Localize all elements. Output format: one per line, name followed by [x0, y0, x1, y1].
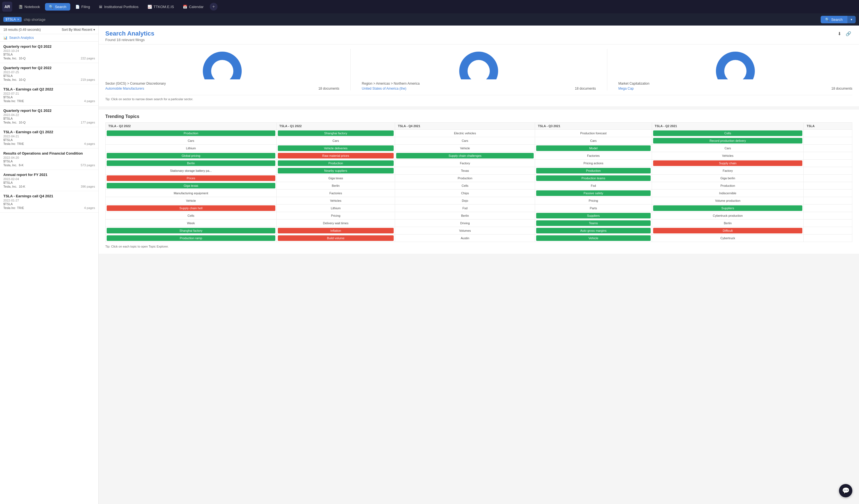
topic-cell[interactable]: Auto gross margins: [535, 227, 652, 235]
topic-cell[interactable]: Production ramp: [106, 235, 277, 242]
topic-cell[interactable]: Cars: [276, 137, 395, 145]
topic-cell[interactable]: Week: [106, 220, 277, 227]
topic-cell[interactable]: Cars: [652, 145, 804, 152]
topic-cell[interactable]: Production teams: [535, 175, 652, 182]
topic-cell[interactable]: Production: [535, 167, 652, 175]
topic-cell[interactable]: Parts: [535, 205, 652, 212]
chat-bubble[interactable]: 💬: [839, 484, 852, 497]
ticker-tag[interactable]: $TSLA ✕: [3, 17, 22, 22]
topic-cell[interactable]: Cars: [395, 137, 535, 145]
sort-button[interactable]: Sort By Most Recent ▾: [62, 28, 95, 32]
filing-item[interactable]: Results of Operations and Financial Cond…: [0, 148, 99, 170]
search-submit-button[interactable]: 🔍 Search: [821, 16, 847, 23]
search-input[interactable]: [24, 17, 818, 22]
link-button[interactable]: 🔗: [845, 30, 852, 37]
topic-cell[interactable]: Giga texas: [276, 175, 395, 182]
topic-cell[interactable]: Delivery wait times: [276, 220, 395, 227]
topic-cell[interactable]: Vehicle: [535, 235, 652, 242]
topic-cell[interactable]: Volume production: [652, 197, 804, 205]
nav-calendar[interactable]: 📅 Calendar: [179, 3, 208, 11]
topic-cell[interactable]: Driving: [395, 220, 535, 227]
sector-link[interactable]: Automobile Manufacturers: [105, 86, 144, 91]
topic-cell[interactable]: Production forecast: [535, 130, 652, 137]
topic-cell[interactable]: Chips: [395, 190, 535, 197]
topic-cell[interactable]: Pricing actions: [535, 160, 652, 167]
topic-cell[interactable]: Texas: [395, 167, 535, 175]
topic-cell[interactable]: Fsd: [395, 205, 535, 212]
topic-cell[interactable]: Pricing: [535, 197, 652, 205]
filing-item[interactable]: Annual report for FY 2021 2022-02-04 $TS…: [0, 170, 99, 191]
topic-cell[interactable]: Supply chain challenges: [395, 152, 535, 160]
topic-cell[interactable]: Shanghai factory: [106, 227, 277, 235]
filing-item[interactable]: Quarterly report for Q3 2022 2022-10-24 …: [0, 42, 99, 63]
topic-cell[interactable]: Manufacturing equipment: [106, 190, 277, 197]
topic-cell[interactable]: Electric vehicles: [395, 130, 535, 137]
filing-item[interactable]: Quarterly report for Q1 2022 2022-04-22 …: [0, 106, 99, 127]
nav-notebook[interactable]: 📓 Notebook: [14, 3, 44, 11]
nav-filing[interactable]: 📄 Filing: [71, 3, 94, 11]
topic-cell[interactable]: Supply chain: [652, 160, 804, 167]
topic-cell[interactable]: Vehicle deliveries: [276, 145, 395, 152]
nav-add-tab[interactable]: +: [210, 3, 217, 11]
topic-cell[interactable]: Model: [535, 145, 652, 152]
topic-cell[interactable]: Passive safety: [535, 190, 652, 197]
search-analytics-link[interactable]: 📊 Search Analytics: [0, 34, 99, 42]
topic-cell[interactable]: Nearby suppliers: [276, 167, 395, 175]
topic-cell[interactable]: Factory: [652, 167, 804, 175]
topic-cell[interactable]: Raw material prices: [276, 152, 395, 160]
topic-cell[interactable]: Vehicle: [106, 197, 277, 205]
region-link[interactable]: United States of America (the): [362, 86, 406, 91]
topic-cell[interactable]: Factories: [276, 190, 395, 197]
filing-item[interactable]: TSLA - Earnings call Q4 2021 2022-01-27 …: [0, 191, 99, 212]
topic-cell[interactable]: Lithium: [276, 205, 395, 212]
topic-cell[interactable]: Prices: [106, 175, 277, 182]
topic-cell[interactable]: Production: [106, 130, 277, 137]
topic-cell[interactable]: Indiscernible: [652, 190, 804, 197]
topic-cell[interactable]: Dojo: [395, 197, 535, 205]
filing-item[interactable]: TSLA - Earnings call Q2 2022 2022-07-21 …: [0, 84, 99, 106]
nav-ttkom[interactable]: 📈 TTKOM.E.IS: [144, 3, 178, 11]
topic-cell[interactable]: Record production delivery: [652, 137, 804, 145]
nav-search[interactable]: 🔍 Search: [45, 3, 70, 11]
filing-item[interactable]: Quarterly report for Q2 2022 2022-07-25 …: [0, 63, 99, 84]
topic-cell[interactable]: Factories: [535, 152, 652, 160]
topic-cell[interactable]: Cybertruck production: [652, 212, 804, 220]
topic-cell[interactable]: Shanghai factory: [276, 130, 395, 137]
topic-cell[interactable]: Berlin: [652, 220, 804, 227]
topic-cell[interactable]: Cybertruck: [652, 235, 804, 242]
topic-cell[interactable]: Stationary storage battery pa...: [106, 167, 277, 175]
topic-cell[interactable]: Pricing: [276, 212, 395, 220]
topic-cell[interactable]: Global pricing: [106, 152, 277, 160]
topic-cell[interactable]: Suppliers: [652, 205, 804, 212]
topic-cell[interactable]: Berlin: [395, 212, 535, 220]
topic-cell[interactable]: Cells: [395, 182, 535, 190]
nav-institutional[interactable]: 🏛 Institutional Portfolios: [95, 3, 142, 11]
topic-cell[interactable]: Lithium: [106, 145, 277, 152]
topic-cell[interactable]: Difficult: [652, 227, 804, 235]
topic-cell[interactable]: Vehicles: [276, 197, 395, 205]
app-logo[interactable]: AR: [2, 2, 12, 12]
topic-cell[interactable]: Supply chain hell: [106, 205, 277, 212]
topic-cell[interactable]: Cells: [106, 212, 277, 220]
topic-cell[interactable]: Cars: [106, 137, 277, 145]
topic-cell[interactable]: Berlin: [106, 160, 277, 167]
topic-cell[interactable]: Volumes: [395, 227, 535, 235]
search-dropdown-arrow[interactable]: ▼: [847, 16, 856, 23]
topic-cell[interactable]: Production: [652, 182, 804, 190]
topic-cell[interactable]: Austin: [395, 235, 535, 242]
topic-cell[interactable]: Cells: [652, 130, 804, 137]
topic-cell[interactable]: Inflation: [276, 227, 395, 235]
topic-cell[interactable]: Vehicle: [395, 145, 535, 152]
topic-cell[interactable]: Build volume: [276, 235, 395, 242]
filing-item[interactable]: TSLA - Earnings call Q1 2022 2022-04-21 …: [0, 127, 99, 148]
topic-cell[interactable]: Fsd: [535, 182, 652, 190]
marketcap-link[interactable]: Mega Cap: [618, 86, 634, 91]
topic-cell[interactable]: Factory: [395, 160, 535, 167]
ticker-tag-close[interactable]: ✕: [17, 18, 19, 21]
topic-cell[interactable]: Giga berlin: [652, 175, 804, 182]
topic-cell[interactable]: Production: [276, 160, 395, 167]
download-button[interactable]: ⬇: [837, 30, 842, 37]
topic-cell[interactable]: Cars: [535, 137, 652, 145]
topic-cell[interactable]: Berlin: [276, 182, 395, 190]
topic-cell[interactable]: Suppliers: [535, 212, 652, 220]
